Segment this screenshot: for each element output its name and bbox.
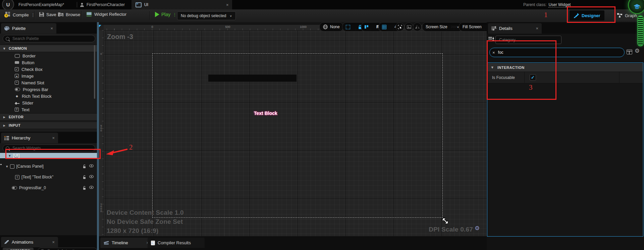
play-options-icon[interactable]: ⋮ (172, 12, 177, 17)
section-input[interactable]: ▸ INPUT (0, 122, 97, 129)
tab-timeline[interactable]: Timeline × (100, 238, 152, 248)
widget-text-block[interactable]: Text Block (254, 111, 277, 116)
cursor-select-icon (398, 25, 402, 29)
save-button[interactable]: Save (39, 12, 56, 17)
canvas-outline[interactable] (152, 53, 443, 218)
details-search[interactable]: × (489, 48, 625, 57)
close-icon[interactable]: × (52, 135, 55, 140)
palette-item-border[interactable]: Border (0, 52, 97, 59)
palette-item-button[interactable]: Button (0, 59, 97, 66)
tab-firstpersonexamplemap[interactable]: FirstPersonExampleMap* (18, 0, 64, 9)
animations-panel: Animations × + ANIMATION (0, 235, 97, 250)
debug-object-dropdown[interactable]: No debug object selected ∨ (177, 11, 236, 20)
category-combobox[interactable] (495, 36, 561, 44)
animations-search[interactable] (38, 248, 97, 250)
add-animation-button[interactable]: + ANIMATION (3, 248, 34, 250)
palette-search[interactable] (3, 35, 95, 42)
tab-compiler-results[interactable]: ›_ Compiler Results (148, 238, 205, 248)
chevron-down-icon[interactable]: ▾ (6, 164, 8, 169)
tree-row-ui[interactable]: ▾ [UI] (0, 153, 97, 158)
palette-item-progressbar[interactable]: Progress Bar (0, 86, 97, 93)
asset-tab-bar: U FirstPersonExampleMap* FirstPersonChar… (0, 0, 644, 9)
annotation-number-1: 1 (544, 11, 548, 19)
unreal-logo-icon[interactable]: U (2, 0, 14, 10)
widget-blueprint-icon (136, 2, 142, 7)
palette-item-checkbox[interactable]: ✓Check Box (0, 66, 97, 73)
close-icon[interactable]: × (226, 2, 229, 7)
property-matrix-icon[interactable] (627, 49, 632, 54)
play-button[interactable]: Play ⋮ (155, 12, 177, 17)
marquee-icon[interactable] (346, 25, 350, 29)
compile-button[interactable]: ? Compile ⋮ (5, 12, 35, 18)
compile-icon: ? (5, 12, 11, 18)
close-icon[interactable]: × (52, 240, 55, 245)
localization-preview-dropdown[interactable]: None (319, 22, 343, 32)
eye-icon[interactable] (89, 186, 94, 189)
tab-animations[interactable]: Animations × (1, 237, 58, 247)
fill-screen-dropdown[interactable]: Fill Screen ∨ (459, 22, 487, 32)
clear-search-icon[interactable]: × (492, 50, 495, 55)
widget-progressbar[interactable] (208, 75, 297, 82)
close-icon[interactable]: × (536, 26, 538, 31)
flip-preview-toggle[interactable] (413, 23, 422, 31)
palette-item-slider[interactable]: Slider (0, 99, 97, 106)
progress-bar-icon (12, 186, 17, 190)
hierarchy-search[interactable] (3, 144, 95, 152)
annotation-number-2: 2 (129, 143, 133, 152)
palette-search-input[interactable] (12, 36, 92, 41)
tab-palette[interactable]: Palette × (1, 23, 56, 34)
eye-icon[interactable] (89, 164, 94, 167)
browse-button[interactable]: Browse (58, 12, 80, 17)
hierarchy-tabstrip: Hierarchy × (0, 132, 97, 143)
slider-icon (15, 101, 19, 105)
resolution-label: 1280 x 720 (16:9) (107, 227, 158, 235)
details-search-input[interactable] (497, 50, 622, 55)
screen-size-dropdown[interactable]: Screen Size ∨ (422, 22, 463, 32)
tab-details[interactable]: Details × (488, 23, 542, 34)
palette-scrollbar[interactable] (94, 45, 95, 99)
ruler-corner (99, 25, 104, 30)
section-common[interactable]: ▾ COMMON (0, 45, 97, 52)
select-widget-toggle[interactable] (395, 23, 404, 31)
eye-icon[interactable] (89, 175, 94, 178)
display-filter-icon[interactable] (488, 37, 494, 42)
section-interaction[interactable]: ▾ INTERACTION (487, 63, 643, 72)
designer-mode-button[interactable]: Designer (570, 10, 604, 20)
tree-row-text-block[interactable]: T [Text] "Text Block" (0, 174, 97, 180)
preview-background-toggle[interactable] (405, 23, 413, 31)
close-icon[interactable]: × (50, 26, 53, 31)
palette-item-namedslot[interactable]: *Named Slot (0, 79, 97, 86)
dpi-settings-gear-icon[interactable]: ⚙ (475, 225, 480, 232)
chevron-right-icon: ▸ (3, 115, 5, 119)
designer-label: Designer (582, 13, 600, 18)
tab-ui[interactable]: UI × (131, 0, 232, 9)
hierarchy-search-input[interactable] (12, 145, 92, 151)
tab-firstpersoncharacter[interactable]: FirstPersonCharacter (80, 0, 125, 9)
palette-item-image[interactable]: ▴Image (0, 73, 97, 79)
canvas-panel-icon (10, 164, 14, 169)
lock-open-icon[interactable] (83, 186, 86, 190)
details-settings-gear-icon[interactable]: ⚙ (635, 47, 640, 54)
tree-row-progressbar[interactable]: ProgressBar_0 (0, 185, 97, 191)
grid-icon (382, 25, 386, 29)
lock-open-icon[interactable] (83, 175, 86, 179)
designer-viewport[interactable]: 0 500 1000 1500 2000 0 500 1000 Zoom -3 … (99, 22, 487, 236)
lock-open-icon[interactable] (83, 164, 86, 168)
chevron-down-icon: ∨ (229, 14, 232, 17)
section-editor[interactable]: ▸ EDITOR (0, 113, 97, 121)
chevron-down-icon[interactable]: ▾ (9, 154, 11, 158)
tab-hierarchy[interactable]: Hierarchy × (1, 133, 58, 143)
animations-search-input[interactable] (47, 248, 94, 250)
palette-item-richtextblock[interactable]: ◆Rich Text Block (0, 93, 97, 99)
image-icon: ▴ (15, 74, 19, 78)
chevron-right-icon: ▸ (3, 123, 5, 128)
palette-item-text[interactable]: TText (0, 106, 97, 113)
property-row-is-focusable: Is Focusable ✓ (487, 72, 643, 83)
widget-reflector-button[interactable]: Widget Reflector (86, 12, 126, 17)
safe-zone-label: No Device Safe Zone Set (107, 218, 183, 225)
tree-row-canvas-panel[interactable]: ▾ [Canvas Panel] (0, 164, 97, 169)
is-focusable-checkbox[interactable]: ✓ (530, 74, 536, 81)
category-input[interactable] (498, 37, 558, 43)
parent-class-link[interactable]: User Widget (548, 2, 571, 7)
tab-label: UI (144, 2, 148, 7)
